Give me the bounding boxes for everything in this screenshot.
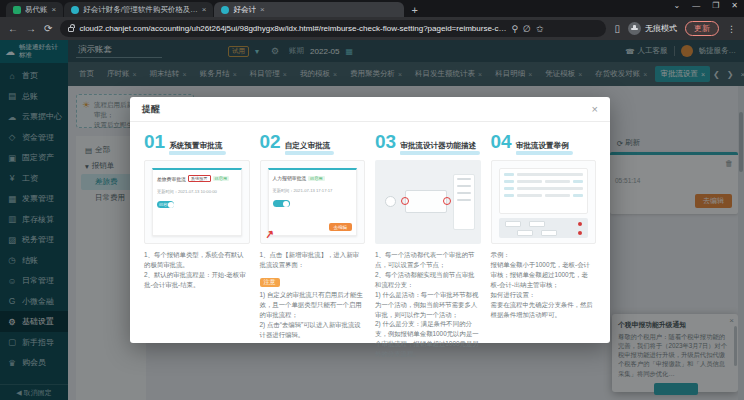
- browser-tab-yidaizhang[interactable]: 易代账 ×: [6, 2, 63, 17]
- reminder-modal: 提醒 × 01 系统预置审批流 差旅费审批流 系统预置: [130, 97, 610, 343]
- forward-icon[interactable]: →: [26, 23, 36, 34]
- browser-tab-haokuaiji-info[interactable]: 好会计财务/管理软件购买价格及… ×: [64, 2, 213, 17]
- mini-card-time: 更新时间：2021-07-13 10:00:00: [157, 189, 237, 194]
- preset-badge: 系统预置: [188, 175, 211, 182]
- browser-tab-label: 易代账: [25, 5, 48, 15]
- lock-icon: [68, 27, 74, 32]
- side-panel-icon[interactable]: ▯: [614, 23, 620, 34]
- red-circle-annotation: [401, 197, 409, 205]
- flow-start-node: [385, 196, 396, 207]
- mini-card-title: 差旅费审批流: [157, 176, 186, 182]
- close-window-button[interactable]: ✕: [731, 1, 738, 10]
- close-tab-icon[interactable]: ×: [202, 5, 207, 14]
- incognito-label: 无痕模式: [645, 23, 677, 34]
- mini-edit-button: 去编辑: [329, 223, 353, 231]
- step-text-rest: 1) 自定义的审批流只有启用后才能生效，且一个单据类型只能有一个启用的审批流程；…: [260, 290, 366, 340]
- zoom-icon[interactable]: ⚲: [512, 24, 519, 34]
- minimize-button[interactable]: —: [692, 1, 700, 10]
- step-text: 1、每个报销单类型，系统会有默认的极简审批流。 2、默认的审批流程是：开始-老板…: [144, 250, 250, 290]
- browser-tab-haokuaiji-app[interactable]: 好会计 ×: [214, 2, 404, 17]
- browser-tabstrip: 易代账 × 好会计财务/管理软件购买价格及… × 好会计 × + ⌄ — ❐ ✕: [0, 0, 744, 17]
- step-number: 02: [260, 132, 281, 151]
- screen: 易代账 × 好会计财务/管理软件购买价格及… × 好会计 × + ⌄ — ❐ ✕…: [0, 0, 744, 400]
- step4-illustration: [491, 160, 597, 244]
- modal-header: 提醒 ×: [130, 97, 610, 122]
- red-arrow-annotation: ↗: [264, 227, 275, 241]
- yidaizhang-favicon: [13, 6, 21, 14]
- step-custom-flow: 02 自定义审批流 人力报销审批流 已启用 更新时间：2021-07-13 17…: [260, 132, 366, 359]
- designer-side-menu: [453, 174, 475, 230]
- url-field[interactable]: cloud2.chanjet.com/accounting/uh26t264j5…: [60, 20, 606, 37]
- step-title: 审批流设计器功能描述: [400, 141, 476, 154]
- enable-toggle: 已启用: [157, 201, 174, 208]
- step-title: 审批流设置举例: [516, 141, 569, 154]
- url-text[interactable]: cloud2.chanjet.com/accounting/uh26t264j5…: [79, 24, 506, 33]
- new-tab-button[interactable]: +: [411, 4, 417, 17]
- haokuaiji-favicon: [221, 6, 229, 14]
- step2-illustration: 人力报销审批流 已启用 更新时间：2021-07-13 17:17:17 去编辑…: [260, 160, 366, 244]
- browser-addressbar: ← → ⟳ cloud2.chanjet.com/accounting/uh26…: [0, 17, 744, 40]
- mini-card-time: 更新时间：2021-07-13 17:17:17: [273, 188, 353, 193]
- incognito-indicator[interactable]: 无痕模式: [628, 22, 677, 35]
- incognito-avatar-icon: [628, 22, 641, 35]
- mini-card-title: 人力报销审批流: [273, 175, 307, 181]
- step-number: 03: [375, 132, 396, 151]
- close-modal-icon[interactable]: ×: [592, 103, 598, 115]
- step-setup-example: 04 审批流设置举例: [491, 132, 597, 359]
- browser-tab-label: 好会计: [233, 5, 256, 15]
- step-designer-features: 03 审批流设计器功能描述 1、每一个活动都代表一个审批的节点，可以设置多个节点…: [375, 132, 481, 359]
- red-circle-annotation: [443, 197, 451, 205]
- mini-flow-card: 人力报销审批流 已启用 更新时间：2021-07-13 17:17:17 去编辑: [268, 168, 358, 236]
- reload-icon[interactable]: ⟳: [44, 23, 52, 34]
- close-tab-icon[interactable]: ×: [52, 5, 57, 14]
- enabled-badge: 已启用: [308, 176, 325, 181]
- step-text: 1、每一个活动都代表一个审批的节点，可以设置多个节点； 2、每个活动都能实现当前…: [375, 250, 481, 359]
- step3-illustration: [375, 160, 481, 244]
- close-tab-icon[interactable]: ×: [260, 5, 265, 14]
- flow-activity-node: [405, 190, 447, 213]
- step1-illustration: 差旅费审批流 系统预置 已启用 更新时间：2021-07-13 10:00:00…: [144, 160, 250, 244]
- mini-flow-card: 差旅费审批流 系统预置 已启用 更新时间：2021-07-13 10:00:00…: [152, 168, 242, 236]
- step-number: 04: [491, 132, 512, 151]
- restore-button[interactable]: ❐: [712, 1, 719, 10]
- enabled-badge: 已启用: [213, 176, 230, 181]
- tab-search-icon[interactable]: ⌄: [673, 1, 680, 10]
- eye-off-icon[interactable]: ∅: [523, 24, 531, 34]
- modal-title: 提醒: [142, 103, 160, 116]
- toggle-label: 已启用: [159, 202, 171, 207]
- haokuaiji-favicon: [71, 6, 79, 14]
- browser-tab-label: 好会计财务/管理软件购买价格及…: [83, 5, 198, 15]
- branch-flow-mock: [499, 218, 589, 238]
- browser-menu-icon[interactable]: ⋮: [727, 24, 736, 34]
- browser-update-button[interactable]: 更新: [685, 21, 719, 36]
- note-badge: 注意: [260, 278, 280, 287]
- modal-body: 01 系统预置审批流 差旅费审批流 系统预置 已启用 更新时间：2021-07-…: [130, 122, 610, 367]
- bookmark-star-icon[interactable]: ✩: [536, 24, 544, 34]
- step-number: 01: [144, 132, 165, 151]
- step-text-intro: 1、点击【新增审批流】，进入新审批流设置界面：: [260, 250, 366, 270]
- app-window: ☁ 畅捷通好会计 标准 ⌂首页 ▤总账 ☁云票据中心 ◇资金管理 ▣固定资产 ¥…: [0, 40, 744, 400]
- step-title: 系统预置审批流: [169, 141, 222, 154]
- step-title: 自定义审批流: [285, 141, 331, 154]
- condition-form-mock: [499, 168, 589, 214]
- step-preset-flow: 01 系统预置审批流 差旅费审批流 系统预置 已启用 更新时间：2021-07-…: [144, 132, 250, 359]
- step-text: 示例： 报销单金额小于1000元，老板-会计审核；报销单金额超过1000元，老板…: [491, 250, 597, 319]
- enable-toggle: [273, 200, 290, 207]
- back-icon[interactable]: ←: [8, 23, 18, 34]
